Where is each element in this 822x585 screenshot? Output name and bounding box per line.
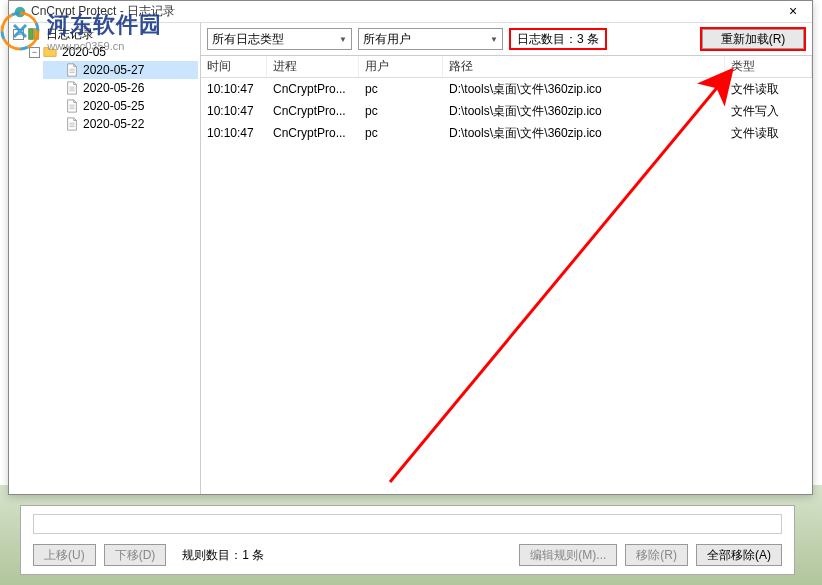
table-row[interactable]: 10:10:47CnCryptPro...pcD:\tools\桌面\文件\36… [201, 122, 812, 144]
main-window: CnCrypt Protect - 日志记录 × − 日志记录 − 2020-0… [8, 0, 813, 495]
svg-rect-2 [34, 29, 38, 40]
tree-folder[interactable]: − 2020-05 [27, 43, 198, 61]
log-toolbar: 所有日志类型 ▼ 所有用户 ▼ 日志数目：3 条 重新加载(R) [201, 23, 812, 55]
tree-root-label: 日志记录 [46, 26, 94, 43]
cell-user: pc [359, 82, 443, 96]
tree-date-item[interactable]: 2020-05-22 [43, 115, 198, 133]
col-process[interactable]: 进程 [267, 56, 359, 77]
move-down-button[interactable]: 下移(D) [104, 544, 167, 566]
rules-list-box [33, 514, 782, 534]
window-title: CnCrypt Protect - 日志记录 [31, 3, 778, 20]
cell-path: D:\tools\桌面\文件\360zip.ico [443, 103, 725, 120]
cell-process: CnCryptPro... [267, 104, 359, 118]
tree-folder-label: 2020-05 [62, 45, 106, 59]
rule-count-label: 规则数目：1 条 [174, 547, 272, 564]
tree-date-item[interactable]: 2020-05-26 [43, 79, 198, 97]
rules-panel: 上移(U) 下移(D) 规则数目：1 条 编辑规则(M)... 移除(R) 全部… [20, 505, 795, 575]
cell-path: D:\tools\桌面\文件\360zip.ico [443, 125, 725, 142]
combo-value: 所有用户 [363, 31, 411, 48]
tree-date-label: 2020-05-26 [83, 81, 144, 95]
collapse-icon[interactable]: − [29, 47, 40, 58]
collapse-icon[interactable]: − [13, 29, 24, 40]
col-path[interactable]: 路径 [443, 56, 725, 77]
cell-process: CnCryptPro... [267, 82, 359, 96]
table-row[interactable]: 10:10:47CnCryptPro...pcD:\tools\桌面\文件\36… [201, 100, 812, 122]
user-combo[interactable]: 所有用户 ▼ [358, 28, 503, 50]
cell-type: 文件读取 [725, 125, 812, 142]
cell-type: 文件写入 [725, 103, 812, 120]
close-button[interactable]: × [778, 2, 808, 22]
svg-point-0 [15, 6, 26, 17]
col-user[interactable]: 用户 [359, 56, 443, 77]
date-tree: − 日志记录 − 2020-05 2020-05-272020-05-26202… [9, 23, 201, 494]
cell-process: CnCryptPro... [267, 126, 359, 140]
file-icon [65, 81, 79, 95]
remove-button[interactable]: 移除(R) [625, 544, 688, 566]
tree-root[interactable]: − 日志记录 [11, 25, 198, 43]
file-icon [65, 99, 79, 113]
tree-date-label: 2020-05-22 [83, 117, 144, 131]
cell-type: 文件读取 [725, 81, 812, 98]
cell-time: 10:10:47 [201, 82, 267, 96]
log-pane: 所有日志类型 ▼ 所有用户 ▼ 日志数目：3 条 重新加载(R) 时间 进程 用… [201, 23, 812, 494]
combo-value: 所有日志类型 [212, 31, 284, 48]
reload-button[interactable]: 重新加载(R) [702, 29, 804, 49]
cell-path: D:\tools\桌面\文件\360zip.ico [443, 81, 725, 98]
table-row[interactable]: 10:10:47CnCryptPro...pcD:\tools\桌面\文件\36… [201, 78, 812, 100]
cell-user: pc [359, 104, 443, 118]
cell-user: pc [359, 126, 443, 140]
chevron-down-icon: ▼ [339, 35, 347, 44]
log-table: 时间 进程 用户 路径 类型 10:10:47CnCryptPro...pcD:… [201, 55, 812, 494]
col-type[interactable]: 类型 [725, 56, 812, 77]
log-icon [27, 27, 41, 41]
tree-date-item[interactable]: 2020-05-27 [43, 61, 198, 79]
col-time[interactable]: 时间 [201, 56, 267, 77]
remove-all-button[interactable]: 全部移除(A) [696, 544, 782, 566]
file-icon [65, 117, 79, 131]
file-icon [65, 63, 79, 77]
table-header: 时间 进程 用户 路径 类型 [201, 56, 812, 78]
tree-date-item[interactable]: 2020-05-25 [43, 97, 198, 115]
cell-time: 10:10:47 [201, 126, 267, 140]
rules-toolbar: 上移(U) 下移(D) 规则数目：1 条 编辑规则(M)... 移除(R) 全部… [33, 544, 782, 566]
folder-icon [43, 45, 57, 59]
edit-rule-button[interactable]: 编辑规则(M)... [519, 544, 617, 566]
tree-date-label: 2020-05-25 [83, 99, 144, 113]
svg-rect-1 [29, 29, 33, 40]
chevron-down-icon: ▼ [490, 35, 498, 44]
cell-time: 10:10:47 [201, 104, 267, 118]
tree-date-label: 2020-05-27 [83, 63, 144, 77]
app-icon [13, 5, 27, 19]
reload-button-highlight: 重新加载(R) [700, 27, 806, 51]
log-count-label: 日志数目：3 条 [509, 28, 607, 50]
move-up-button[interactable]: 上移(U) [33, 544, 96, 566]
titlebar[interactable]: CnCrypt Protect - 日志记录 × [9, 1, 812, 23]
log-type-combo[interactable]: 所有日志类型 ▼ [207, 28, 352, 50]
